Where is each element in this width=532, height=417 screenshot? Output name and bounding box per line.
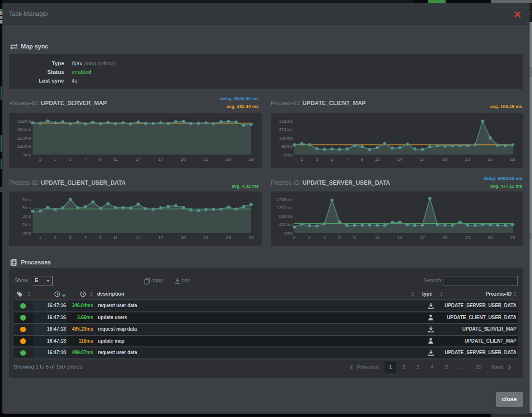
svg-text:17: 17 [420, 234, 425, 239]
svg-text:2: 2 [308, 234, 311, 239]
svg-text:11: 11 [375, 156, 380, 161]
svg-text:11: 11 [113, 234, 118, 239]
svg-text:17: 17 [420, 156, 425, 161]
svg-text:5: 5 [69, 156, 72, 161]
svg-text:512ms: 512ms [17, 119, 31, 124]
svg-text:6: 6 [338, 234, 340, 239]
svg-text:271ms: 271ms [279, 127, 293, 132]
svg-text:29: 29 [249, 156, 254, 161]
svg-text:1: 1 [301, 156, 303, 161]
svg-text:5: 5 [331, 156, 333, 161]
svg-text:0ms: 0ms [284, 230, 293, 235]
svg-text:29: 29 [249, 234, 254, 239]
svg-text:868ms: 868ms [279, 213, 293, 218]
svg-text:14: 14 [136, 156, 141, 161]
svg-text:14: 14 [136, 234, 141, 239]
svg-text:180ms: 180ms [279, 135, 293, 140]
svg-text:23: 23 [204, 234, 209, 239]
svg-text:90ms: 90ms [281, 143, 292, 149]
svg-text:0ms: 0ms [23, 230, 31, 235]
svg-text:1736ms: 1736ms [277, 197, 293, 202]
svg-text:7: 7 [84, 234, 86, 239]
svg-text:361ms: 361ms [279, 119, 293, 124]
svg-text:5ms: 5ms [23, 205, 31, 210]
svg-text:128ms: 128ms [17, 143, 31, 149]
svg-text:434ms: 434ms [279, 222, 293, 227]
svg-text:0ms: 0ms [23, 152, 31, 157]
svg-text:26: 26 [226, 234, 231, 239]
svg-text:256ms: 256ms [17, 135, 31, 140]
svg-text:26: 26 [488, 156, 493, 161]
svg-text:29: 29 [510, 234, 516, 239]
svg-text:23: 23 [465, 156, 471, 161]
svg-text:26: 26 [226, 156, 231, 161]
svg-text:1302ms: 1302ms [277, 205, 293, 210]
svg-text:17: 17 [158, 234, 164, 239]
svg-text:23: 23 [204, 156, 209, 161]
svg-text:29: 29 [510, 156, 516, 161]
svg-text:3: 3 [54, 156, 57, 161]
svg-text:9: 9 [361, 156, 363, 161]
svg-text:23: 23 [465, 234, 471, 239]
svg-text:20: 20 [443, 234, 448, 239]
svg-text:14: 14 [397, 156, 402, 161]
svg-text:8: 8 [353, 234, 356, 239]
svg-text:1: 1 [39, 234, 41, 239]
svg-text:9: 9 [99, 156, 102, 161]
svg-text:9: 9 [99, 234, 102, 239]
svg-text:14: 14 [397, 234, 402, 239]
svg-text:2ms: 2ms [23, 222, 31, 227]
svg-text:0: 0 [293, 234, 295, 239]
svg-text:17: 17 [158, 156, 164, 161]
svg-text:6ms: 6ms [23, 197, 31, 202]
svg-text:0ms: 0ms [284, 152, 293, 157]
svg-text:3: 3 [54, 234, 57, 239]
svg-text:7: 7 [84, 156, 86, 161]
svg-text:20: 20 [443, 156, 448, 161]
svg-text:20: 20 [181, 156, 186, 161]
svg-text:11: 11 [113, 156, 118, 161]
svg-text:4: 4 [323, 234, 326, 239]
svg-text:11: 11 [375, 234, 380, 239]
svg-text:3: 3 [315, 156, 318, 161]
svg-text:5: 5 [69, 234, 72, 239]
svg-text:3ms: 3ms [23, 213, 31, 218]
svg-text:20: 20 [181, 234, 186, 239]
svg-text:1: 1 [39, 156, 41, 161]
svg-text:7: 7 [346, 156, 348, 161]
svg-text:384ms: 384ms [17, 127, 31, 132]
svg-text:26: 26 [488, 234, 493, 239]
